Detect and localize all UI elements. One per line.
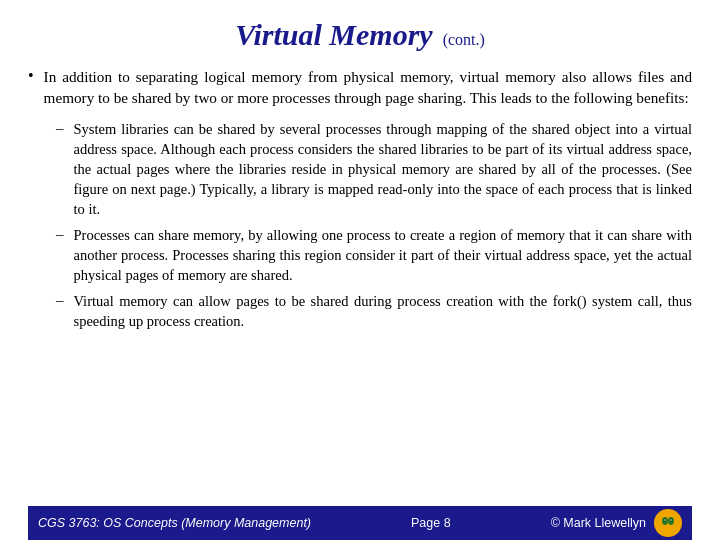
sub-bullet-text-1: System libraries can be shared by severa…	[74, 119, 693, 219]
sub-bullet-text-3: Virtual memory can allow pages to be sha…	[74, 291, 693, 331]
footer: CGS 3763: OS Concepts (Memory Management…	[28, 506, 692, 540]
sub-bullets: – System libraries can be shared by seve…	[56, 119, 692, 331]
svg-point-0	[659, 517, 677, 531]
footer-copyright: © Mark Llewellyn	[551, 516, 646, 530]
gator-icon	[654, 509, 682, 537]
title-sub: (cont.)	[443, 31, 485, 48]
main-bullet: • In addition to separating logical memo…	[28, 66, 692, 109]
sub-bullet-symbol-1: –	[56, 120, 64, 137]
content-area: • In addition to separating logical memo…	[28, 66, 692, 506]
sub-bullet-text-2: Processes can share memory, by allowing …	[74, 225, 693, 285]
svg-point-5	[664, 519, 665, 520]
footer-page: Page 8	[411, 516, 451, 530]
title-main: Virtual Memory	[235, 18, 433, 51]
sub-bullet-2: – Processes can share memory, by allowin…	[56, 225, 692, 285]
sub-bullet-symbol-3: –	[56, 292, 64, 309]
title-area: Virtual Memory (cont.)	[28, 18, 692, 52]
footer-right: © Mark Llewellyn	[551, 509, 682, 537]
bullet-symbol: •	[28, 67, 34, 85]
footer-course: CGS 3763: OS Concepts (Memory Management…	[38, 516, 311, 530]
sub-bullet-symbol-2: –	[56, 226, 64, 243]
svg-point-6	[670, 519, 671, 520]
sub-bullet-3: – Virtual memory can allow pages to be s…	[56, 291, 692, 331]
sub-bullet-1: – System libraries can be shared by seve…	[56, 119, 692, 219]
main-bullet-text: In addition to separating logical memory…	[44, 66, 692, 109]
slide: Virtual Memory (cont.) • In addition to …	[0, 0, 720, 540]
